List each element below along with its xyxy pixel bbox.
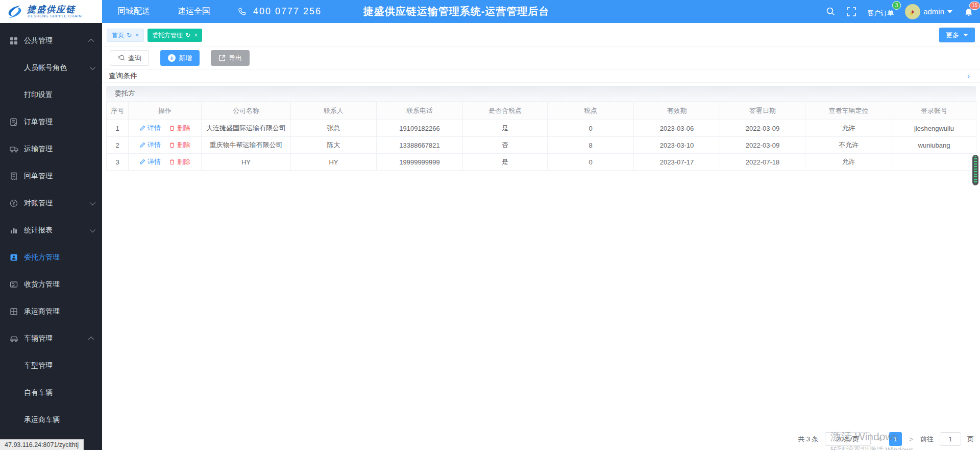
add-button[interactable]: + 新增 xyxy=(160,50,200,66)
cell-locate: 允许 xyxy=(805,154,892,171)
cell-taxed: 否 xyxy=(463,137,548,154)
sidebar-item-label: 统计报表 xyxy=(24,226,53,235)
main-content: 首页 ↻ × 委托方管理 ↻ × 更多 查询 + 新增 导出 xyxy=(102,23,980,450)
search-icon xyxy=(117,54,125,62)
col-actions: 操作 xyxy=(129,102,202,120)
truck-icon xyxy=(10,145,18,153)
sidebar-item-carrier-vehicles[interactable]: 承运商车辆 xyxy=(0,406,102,433)
sidebar-item-transport-mgmt[interactable]: 运输管理 xyxy=(0,135,102,162)
page-size-select[interactable]: 20条/页 xyxy=(825,432,871,446)
sidebar-item-public-mgmt[interactable]: 公共管理 xyxy=(0,27,102,54)
refresh-icon[interactable]: ↻ xyxy=(127,32,132,39)
tab-client-mgmt[interactable]: 委托方管理 ↻ × xyxy=(148,29,202,42)
query-label: 查询 xyxy=(128,54,141,63)
sidebar-item-label: 打印设置 xyxy=(24,90,53,100)
next-page-icon[interactable]: > xyxy=(908,435,914,443)
col-index: 序号 xyxy=(107,102,129,120)
detail-link[interactable]: 详情 xyxy=(139,140,161,150)
logo-subtitle: JIESHENG SUPPLE CHAIN xyxy=(27,14,82,18)
nav-national-express[interactable]: 速运全国 xyxy=(178,6,210,17)
cell-taxed: 是 xyxy=(463,120,548,137)
prev-page-icon[interactable]: < xyxy=(877,435,883,443)
goto-page-input[interactable]: 1 xyxy=(940,432,961,446)
export-button[interactable]: 导出 xyxy=(211,50,250,66)
sidebar-item-receiver-mgmt[interactable]: 收货方管理 xyxy=(0,271,102,298)
sidebar-item-reconciliation-mgmt[interactable]: 对账管理 xyxy=(0,190,102,217)
cell-tax: 8 xyxy=(548,137,634,154)
sidebar-item-label: 收货方管理 xyxy=(24,280,60,289)
detail-link[interactable]: 详情 xyxy=(139,124,161,133)
more-button[interactable]: 更多 xyxy=(939,28,975,42)
notifications-badge: 15 xyxy=(969,2,980,10)
more-label: 更多 xyxy=(946,31,959,40)
sidebar-item-receipt-mgmt[interactable]: 回单管理 xyxy=(0,162,102,190)
user-menu[interactable]: ♦ admin xyxy=(905,4,952,19)
delete-label: 删除 xyxy=(177,140,190,150)
cell-locate: 允许 xyxy=(805,120,892,137)
service-phone: 400 0777 256 xyxy=(238,6,322,17)
delete-link[interactable]: 删除 xyxy=(169,157,190,167)
page-number-button[interactable]: 1 xyxy=(889,432,902,446)
grid-icon xyxy=(10,36,18,45)
sidebar-item-label: 对账管理 xyxy=(24,199,53,208)
toolbar: 查询 + 新增 导出 xyxy=(102,47,980,69)
sidebar-item-label: 自有车辆 xyxy=(24,388,53,397)
cell-account xyxy=(892,154,976,171)
cell-tax: 0 xyxy=(548,154,634,171)
cell-valid: 2023-03-06 xyxy=(634,120,720,137)
page-title: 捷盛供应链运输管理系统-运营管理后台 xyxy=(363,0,550,23)
fullscreen-icon[interactable] xyxy=(847,7,856,16)
sidebar-item-statistics-reports[interactable]: 统计报表 xyxy=(0,217,102,244)
order-doc-icon xyxy=(10,117,18,126)
export-icon xyxy=(218,55,226,62)
sidebar-item-label: 委托方管理 xyxy=(24,253,60,262)
plus-circle-icon: + xyxy=(168,54,176,62)
nav-city-delivery[interactable]: 同城配送 xyxy=(117,6,150,17)
page-unit-label: 页 xyxy=(967,435,974,444)
detail-link[interactable]: 详情 xyxy=(139,157,161,167)
sidebar-item-vehicle-mgmt[interactable]: 车辆管理 xyxy=(0,325,102,352)
sidebar-item-label: 回单管理 xyxy=(24,172,53,181)
sidebar-item-client-mgmt[interactable]: 委托方管理 xyxy=(0,244,102,271)
sidebar-item-vehicle-type-mgmt[interactable]: 车型管理 xyxy=(0,352,102,379)
vertical-scrollbar-thumb[interactable] xyxy=(972,155,978,185)
cell-index: 3 xyxy=(107,154,129,171)
receiver-card-icon xyxy=(10,280,18,289)
chevron-up-icon xyxy=(88,38,94,44)
sidebar-item-own-vehicles[interactable]: 自有车辆 xyxy=(0,379,102,406)
sidebar-item-order-mgmt[interactable]: 订单管理 xyxy=(0,108,102,135)
phone-number: 400 0777 256 xyxy=(253,6,322,17)
chevron-up-icon xyxy=(88,336,94,342)
tab-home[interactable]: 首页 ↻ × xyxy=(107,29,144,42)
cell-contact: HY xyxy=(291,154,377,171)
cell-tax: 0 xyxy=(548,120,634,137)
query-button[interactable]: 查询 xyxy=(110,50,149,66)
filter-conditions-bar[interactable]: 查询条件 › xyxy=(102,69,980,83)
cell-signed: 2022-07-18 xyxy=(720,154,805,171)
col-account: 登录账号 xyxy=(892,102,976,120)
cell-phone: 13388667821 xyxy=(377,137,463,154)
refresh-icon[interactable]: ↻ xyxy=(185,32,190,39)
cell-account: wuniubang xyxy=(892,137,976,154)
sidebar-item-label: 承运商车辆 xyxy=(24,415,60,424)
search-icon[interactable] xyxy=(826,7,836,16)
sidebar-item-label: 订单管理 xyxy=(24,117,53,127)
notifications-bell[interactable]: 15 xyxy=(964,6,974,18)
sidebar-item-carrier-mgmt[interactable]: 承运商管理 xyxy=(0,298,102,325)
close-icon[interactable]: × xyxy=(194,32,198,39)
detail-label: 详情 xyxy=(148,124,161,133)
expand-icon[interactable]: › xyxy=(967,72,970,80)
delete-link[interactable]: 删除 xyxy=(169,140,190,150)
delete-link[interactable]: 删除 xyxy=(169,124,190,133)
sidebar-item-account-roles[interactable]: 人员帐号角色 xyxy=(0,54,102,81)
close-icon[interactable]: × xyxy=(135,32,139,39)
sidebar-item-label: 车辆管理 xyxy=(24,334,53,343)
car-icon xyxy=(10,334,18,343)
cell-phone: 19999999999 xyxy=(377,154,463,171)
customer-orders-label: 客户订单 xyxy=(867,9,894,17)
sidebar-item-label: 承运商管理 xyxy=(24,307,60,316)
sidebar-item-print-settings[interactable]: 打印设置 xyxy=(0,81,102,108)
customer-orders-link[interactable]: 客户订单 3 xyxy=(867,6,894,18)
table-row: 2 详情 删除 重庆物牛帮运输有限公司 陈大 13388667821 否 8 2… xyxy=(107,137,976,154)
cell-index: 2 xyxy=(107,137,129,154)
